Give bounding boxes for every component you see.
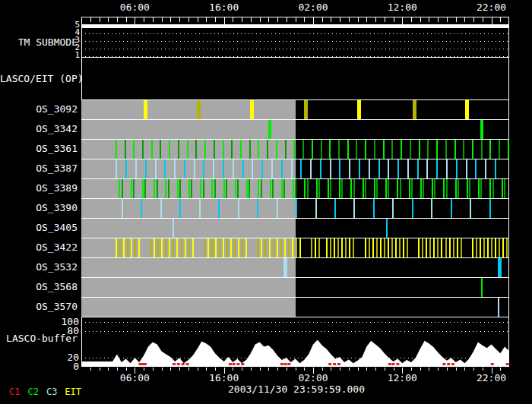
time-axis-tick <box>144 17 144 22</box>
time-axis-tick <box>429 368 429 371</box>
buffer-area-chart <box>81 317 509 367</box>
row-day1-background <box>81 258 296 277</box>
event-tick <box>489 140 491 159</box>
event-tick <box>211 238 213 257</box>
event-tick <box>338 140 340 159</box>
event-tick <box>492 179 494 198</box>
event-tick <box>470 199 471 218</box>
event-tick <box>316 179 318 198</box>
buffer-red-mark <box>328 363 331 365</box>
event-tick <box>434 179 435 198</box>
row-day1-background <box>81 120 296 139</box>
time-axis-tick <box>117 368 118 371</box>
buffer-red-mark <box>392 363 395 365</box>
time-axis-tick <box>206 17 207 22</box>
event-tick <box>133 179 135 198</box>
event-tick <box>353 238 354 257</box>
event-tick <box>283 179 285 198</box>
event-tick <box>142 140 144 159</box>
event-tick <box>204 238 205 257</box>
event-tick <box>383 140 385 159</box>
buffer-ytick-label: 0 <box>49 361 79 372</box>
os-row-label: OS_3532 <box>0 262 78 273</box>
event-tick <box>249 179 250 198</box>
event-tick <box>472 140 473 159</box>
event-tick <box>502 179 503 198</box>
buffer-red-mark <box>284 363 287 365</box>
event-tick <box>487 238 489 257</box>
time-axis-tick <box>287 368 287 371</box>
event-tick <box>498 298 499 317</box>
time-axis-tick <box>179 17 180 22</box>
event-tick <box>385 179 387 198</box>
buffer-red-mark <box>442 363 445 365</box>
event-tick <box>185 238 186 257</box>
time-axis-tick <box>473 17 474 22</box>
event-tick <box>433 238 435 257</box>
event-tick <box>437 238 439 257</box>
event-tick <box>388 238 389 257</box>
event-tick <box>133 140 135 159</box>
event-tick <box>397 159 399 178</box>
time-label-top: 12:00 <box>382 2 422 13</box>
event-tick <box>418 238 420 257</box>
event-tick <box>480 179 482 198</box>
time-axis-tick <box>251 368 252 371</box>
time-axis-tick <box>296 368 296 371</box>
event-tick <box>330 238 331 257</box>
event-tick <box>116 140 117 159</box>
time-axis-tick <box>198 17 198 22</box>
event-tick <box>164 159 166 178</box>
buffer-red-mark <box>388 363 391 365</box>
time-axis-tick <box>233 368 233 371</box>
event-tick <box>347 140 349 159</box>
event-tick <box>369 159 370 178</box>
event-tick <box>422 238 423 257</box>
time-axis-tick <box>340 17 340 22</box>
event-tick <box>250 100 254 119</box>
os-row-label: OS_3405 <box>0 223 78 233</box>
time-axis-tick <box>277 368 278 371</box>
event-tick <box>288 238 290 257</box>
buffer-red-mark <box>447 363 450 365</box>
legend-item-eit: EIT <box>65 387 81 397</box>
event-tick <box>431 199 432 218</box>
event-tick <box>374 140 375 159</box>
event-tick <box>300 159 302 178</box>
row-day1-background <box>81 100 296 119</box>
event-tick <box>365 179 366 198</box>
time-axis-tick <box>162 17 163 22</box>
time-label-bottom: 02:00 <box>293 373 333 383</box>
event-tick <box>401 140 402 159</box>
event-tick <box>155 159 157 178</box>
event-tick <box>194 159 195 178</box>
event-tick <box>307 179 309 198</box>
time-axis-tick <box>304 368 305 371</box>
event-tick <box>261 179 262 198</box>
buffer-red-mark <box>177 363 180 365</box>
time-axis-tick <box>170 17 171 22</box>
event-tick <box>312 140 313 159</box>
event-tick <box>177 179 179 198</box>
event-tick <box>296 238 297 257</box>
tm-submode-gridline <box>81 49 509 49</box>
time-axis-tick <box>117 17 118 22</box>
event-tick <box>267 140 268 159</box>
time-axis-tick <box>144 368 144 371</box>
time-axis-tick <box>375 17 376 22</box>
event-tick <box>483 238 485 257</box>
event-tick <box>508 140 509 159</box>
event-tick <box>197 100 201 119</box>
event-tick <box>122 199 123 218</box>
event-tick <box>277 238 278 257</box>
event-tick <box>215 238 217 257</box>
os-row-label: OS_3092 <box>0 104 78 115</box>
event-tick <box>238 238 239 257</box>
event-tick <box>475 159 477 178</box>
buffer-red-mark <box>451 363 454 365</box>
event-tick <box>257 238 258 257</box>
time-axis-tick <box>179 368 180 371</box>
time-axis-tick <box>331 17 331 22</box>
event-tick <box>157 238 159 257</box>
event-tick <box>445 238 447 257</box>
